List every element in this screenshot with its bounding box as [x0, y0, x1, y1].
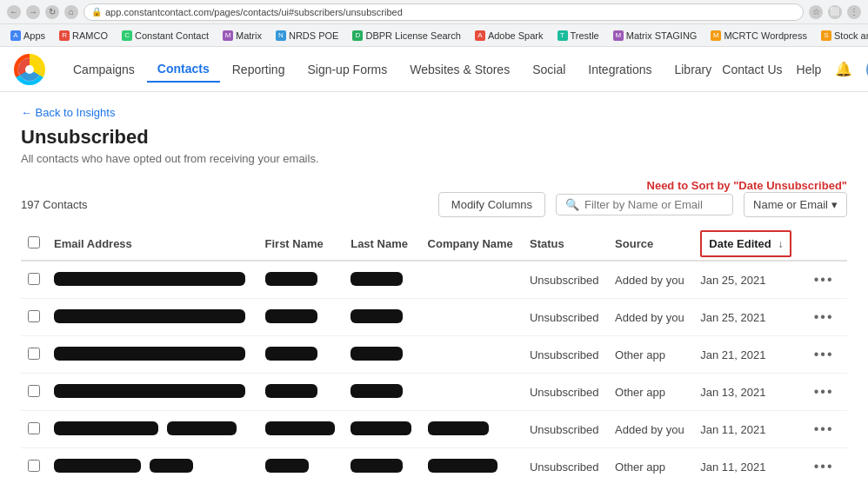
row-email [47, 411, 258, 448]
row-source: Added by you [608, 261, 693, 299]
nav-social[interactable]: Social [522, 57, 576, 82]
notifications-icon[interactable]: 🔔 [835, 61, 852, 77]
row-status: Unsubscribed [523, 411, 608, 448]
more-options-button[interactable]: ••• [809, 457, 839, 476]
nav-integrations[interactable]: Integrations [578, 57, 662, 82]
row-last-name [344, 411, 420, 448]
bookmark-stock[interactable]: S Stock art and graph... [816, 29, 868, 43]
menu-icon[interactable]: ⋮ [847, 5, 861, 19]
nav-items: Campaigns Contacts Reporting Sign-up For… [63, 56, 722, 83]
bookmark-ramco[interactable]: R RAMCO [54, 29, 113, 43]
forward-btn[interactable]: → [26, 5, 40, 19]
contacts-count: 197 Contacts [21, 198, 428, 211]
filter-label: Name or Email [753, 198, 828, 211]
more-options-button[interactable]: ••• [809, 308, 839, 327]
bookmark-nrds[interactable]: N NRDS POE [270, 29, 344, 43]
bookmarks-bar: A Apps R RAMCO C Constant Contact M Matr… [0, 24, 868, 47]
contacts-table: Email Address First Name Last Name Compa… [21, 228, 847, 477]
contact-us-link[interactable]: Contact Us [722, 63, 782, 76]
back-btn[interactable]: ← [7, 5, 21, 19]
table-row: Unsubscribed Added by you Jan 25, 2021 •… [21, 261, 847, 299]
table-row: Unsubscribed Other app Jan 11, 2021 ••• [21, 448, 847, 478]
bookmark-adobe[interactable]: A Adobe Spark [470, 29, 549, 43]
more-options-button[interactable]: ••• [809, 345, 839, 364]
row-email [47, 448, 258, 478]
bookmark-dbpr[interactable]: D DBPR License Search [347, 29, 465, 43]
nav-campaigns[interactable]: Campaigns [63, 57, 145, 82]
header-first-name[interactable]: First Name [258, 228, 344, 261]
row-checkbox[interactable] [28, 385, 40, 397]
modify-columns-button[interactable]: Modify Columns [438, 192, 545, 217]
more-options-button[interactable]: ••• [809, 382, 839, 401]
home-btn[interactable]: ⌂ [64, 5, 78, 19]
row-checkbox[interactable] [28, 460, 40, 472]
nav-websites-stores[interactable]: Websites & Stores [399, 57, 520, 82]
row-checkbox[interactable] [28, 422, 40, 434]
app-logo[interactable] [14, 54, 45, 85]
help-link[interactable]: Help [797, 63, 822, 76]
back-link[interactable]: ← Back to Insights [21, 106, 115, 119]
row-checkbox-cell [21, 299, 47, 336]
bookmark-matrix-staging[interactable]: M Matrix STAGING [608, 29, 703, 43]
date-edited-label: Date Edited ↓ [700, 230, 791, 257]
select-all-checkbox[interactable] [28, 236, 40, 248]
sort-notice-container: Need to Sort by "Date Unsubscribed" [21, 179, 847, 192]
nav-library[interactable]: Library [664, 57, 722, 82]
row-status: Unsubscribed [523, 261, 608, 299]
nrds-favicon: N [276, 30, 286, 41]
row-source: Other app [608, 336, 693, 374]
sort-arrow-icon: ↓ [778, 238, 783, 250]
row-checkbox-cell [21, 336, 47, 374]
bookmark-matrix[interactable]: M Matrix [217, 29, 267, 43]
table-header-row: Email Address First Name Last Name Compa… [21, 228, 847, 261]
extensions-icon[interactable]: ⬜ [828, 5, 842, 19]
row-last-name [344, 299, 420, 336]
row-date: Jan 25, 2021 [693, 261, 801, 299]
row-more: ••• [802, 448, 847, 478]
nav-signup-forms[interactable]: Sign-up Forms [297, 57, 397, 82]
row-checkbox[interactable] [28, 310, 40, 322]
row-checkbox[interactable] [28, 348, 40, 360]
header-company[interactable]: Company Name [421, 228, 523, 261]
search-input[interactable] [584, 198, 724, 211]
ramco-favicon: R [59, 30, 70, 41]
table-row: Unsubscribed Other app Jan 21, 2021 ••• [21, 336, 847, 374]
header-email[interactable]: Email Address [47, 228, 258, 261]
filter-select[interactable]: Name or Email ▾ [744, 192, 847, 217]
nav-contacts[interactable]: Contacts [147, 56, 220, 83]
toolbar: 197 Contacts Modify Columns 🔍 Name or Em… [21, 192, 847, 217]
search-container: 🔍 [556, 194, 733, 215]
adobe-favicon: A [475, 30, 485, 41]
row-first-name [258, 336, 344, 374]
row-company [421, 374, 523, 411]
nav-reporting[interactable]: Reporting [222, 57, 296, 82]
row-company [421, 411, 523, 448]
row-status: Unsubscribed [523, 374, 608, 411]
bookmark-cc[interactable]: C Constant Contact [117, 29, 214, 43]
refresh-btn[interactable]: ↻ [45, 5, 59, 19]
more-options-button[interactable]: ••• [809, 270, 839, 289]
more-options-button[interactable]: ••• [809, 420, 839, 439]
header-status[interactable]: Status [523, 228, 608, 261]
bookmark-icon[interactable]: ☆ [809, 5, 823, 19]
row-company [421, 448, 523, 478]
url-bar[interactable]: 🔒 app.constantcontact.com/pages/contacts… [83, 3, 804, 21]
header-last-name[interactable]: Last Name [344, 228, 420, 261]
bookmark-mcrtc[interactable]: M MCRTC Wordpress [705, 29, 812, 43]
svg-point-1 [25, 65, 34, 74]
row-email [47, 261, 258, 299]
lock-icon: 🔒 [91, 7, 102, 17]
row-checkbox-cell [21, 374, 47, 411]
row-email [47, 374, 258, 411]
row-company [421, 336, 523, 374]
row-email [47, 336, 258, 374]
bookmark-trestle[interactable]: T Trestle [552, 29, 604, 43]
row-checkbox-cell [21, 448, 47, 478]
row-first-name [258, 448, 344, 478]
row-more: ••• [802, 299, 847, 336]
header-source[interactable]: Source [608, 228, 693, 261]
bookmark-apps[interactable]: A Apps [5, 29, 50, 43]
header-date-edited[interactable]: Date Edited ↓ [693, 228, 801, 261]
trestle-favicon: T [558, 30, 568, 41]
row-checkbox[interactable] [28, 273, 40, 285]
